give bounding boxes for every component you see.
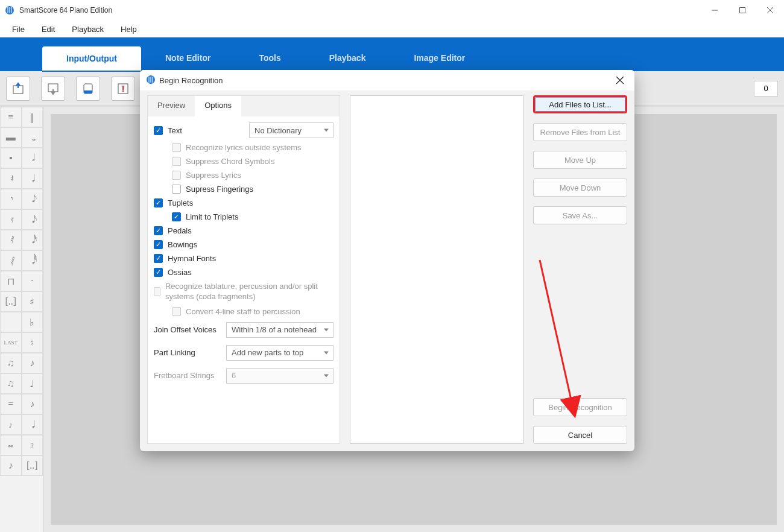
palette-icon[interactable]: ▪ — [0, 148, 22, 168]
label-suppress-fingerings: Supress Fingerings — [186, 185, 253, 194]
palette-icon[interactable]: 𝅘𝅥 — [22, 414, 43, 435]
dialog-close-button[interactable] — [612, 72, 628, 89]
tab-options[interactable]: Options — [195, 96, 241, 116]
svg-text:!: ! — [122, 84, 125, 93]
palette-icon[interactable]: = — [0, 394, 22, 414]
dialog-begin-recognition: Begin Recognition Preview Options Text N… — [140, 70, 634, 451]
label-fretboard: Fretboard Strings — [154, 371, 220, 380]
label-join-offset: Join Offset Voices — [154, 325, 220, 334]
select-dictionary[interactable]: No Dictionary — [249, 122, 334, 138]
ribbon-tab-tools[interactable]: Tools — [235, 46, 305, 71]
palette-icon[interactable]: 𝆕 — [0, 414, 22, 435]
label-convert-4line: Convert 4-line staff to percussion — [186, 307, 300, 316]
tab-preview[interactable]: Preview — [148, 96, 195, 116]
palette-icon[interactable]: 𝅁 — [0, 250, 22, 271]
checkbox-suppress-lyrics[interactable] — [172, 171, 181, 180]
checkbox-pedals[interactable] — [154, 226, 163, 235]
checkbox-recognize-lyrics[interactable] — [172, 143, 181, 152]
palette-icon[interactable]: LAST — [0, 332, 22, 353]
palette-icon[interactable]: 𝅘𝅥𝅮 — [22, 189, 43, 209]
maximize-button[interactable] — [729, 0, 756, 21]
palette-icon[interactable]: ♫ — [0, 353, 22, 373]
palette-icon[interactable]: ♩ — [22, 373, 43, 394]
label-pedals: Pedals — [168, 226, 192, 235]
palette-icon[interactable]: ♪ — [22, 394, 43, 414]
label-suppress-chords: Suppress Chord Symbols — [186, 157, 274, 166]
palette-icon[interactable]: 𝄽 — [0, 168, 22, 189]
ribbon: Input/Output Note Editor Tools Playback … — [0, 37, 784, 71]
checkbox-recognize-tablature[interactable] — [154, 287, 160, 296]
palette-icon[interactable]: 𝅘𝅥𝅰 — [22, 230, 43, 250]
palette-icon[interactable]: · — [22, 271, 43, 291]
palette-icon[interactable]: 𝆗 — [0, 435, 22, 455]
palette-icon[interactable]: ♫ — [0, 373, 22, 394]
menu-file[interactable]: File — [4, 22, 33, 36]
checkbox-limit-triplets[interactable] — [172, 212, 181, 221]
label-tuplets: Tuplets — [168, 198, 193, 207]
checkbox-convert-4line[interactable] — [172, 307, 181, 316]
titlebar: SmartScore 64 Piano Edition — [0, 0, 784, 21]
palette-icon[interactable]: ♪ — [0, 455, 22, 476]
palette-icon[interactable]: 𝄿 — [0, 209, 22, 230]
dialog-sidebar-buttons: Add Files to List... Remove Files from L… — [533, 95, 627, 444]
add-files-button[interactable]: Add Files to List... — [533, 95, 627, 113]
palette-icon[interactable]: ♮ — [22, 332, 43, 353]
label-ossias: Ossias — [168, 268, 192, 277]
label-part-linking: Part Linking — [154, 348, 220, 357]
checkbox-text[interactable] — [154, 126, 163, 135]
palette-icon[interactable]: 𝅘𝅥𝅯 — [22, 209, 43, 230]
toolbar-counter[interactable]: 0 — [754, 81, 778, 97]
options-panel: Preview Options Text No Dictionary Recog… — [147, 95, 340, 444]
select-fretboard: 6 — [226, 368, 334, 384]
ribbon-tab-note-editor[interactable]: Note Editor — [141, 46, 235, 71]
ribbon-tab-image-editor[interactable]: Image Editor — [390, 46, 489, 71]
remove-files-button[interactable]: Remove Files from List — [533, 123, 627, 141]
svg-rect-8 — [84, 90, 92, 93]
palette-icon[interactable]: ♭ — [22, 312, 43, 332]
label-bowings: Bowings — [168, 240, 197, 249]
checkbox-suppress-fingerings[interactable] — [172, 185, 181, 194]
palette-icon[interactable]: ♪ — [22, 353, 43, 373]
toolbar-alert-icon[interactable]: ! — [111, 77, 135, 101]
menu-playback[interactable]: Playback — [63, 22, 112, 36]
toolbar-device-icon[interactable] — [76, 77, 100, 101]
ribbon-tab-playback[interactable]: Playback — [305, 46, 390, 71]
checkbox-bowings[interactable] — [154, 240, 163, 249]
checkbox-tuplets[interactable] — [154, 198, 163, 207]
cancel-button[interactable]: Cancel — [533, 426, 627, 444]
move-up-button[interactable]: Move Up — [533, 151, 627, 169]
file-list-panel[interactable] — [350, 95, 523, 444]
palette-icon[interactable]: 𝄾 — [0, 189, 22, 209]
minimize-button[interactable] — [701, 0, 729, 21]
toolbar-import-icon[interactable] — [6, 77, 30, 101]
palette-icon[interactable]: 3 — [22, 435, 43, 455]
checkbox-ossias[interactable] — [154, 268, 163, 277]
palette-icon[interactable]: ≡ — [0, 107, 22, 127]
label-suppress-lyrics: Suppress Lyrics — [186, 171, 241, 180]
ribbon-tab-input-output[interactable]: Input/Output — [42, 46, 141, 72]
palette-icon[interactable]: 𝅘𝅥𝅱 — [22, 250, 43, 271]
select-part-linking[interactable]: Add new parts to top — [226, 345, 334, 361]
palette-icon[interactable]: 𝅘𝅥 — [22, 168, 43, 189]
palette-icon[interactable] — [0, 312, 22, 332]
menu-edit[interactable]: Edit — [33, 22, 63, 36]
window-title: SmartScore 64 Piano Edition — [19, 6, 701, 14]
palette-icon[interactable]: ▬ — [0, 127, 22, 148]
toolbar-export-icon[interactable] — [41, 77, 65, 101]
palette-icon[interactable]: 𝅗𝅥 — [22, 148, 43, 168]
checkbox-hymnal-fonts[interactable] — [154, 254, 163, 263]
checkbox-suppress-chords[interactable] — [172, 157, 181, 166]
palette-icon[interactable]: ‖ — [22, 107, 43, 127]
palette-icon[interactable]: 𝅝 — [22, 127, 43, 148]
begin-recognition-button[interactable]: Begin Recognition — [533, 398, 627, 416]
palette-icon[interactable]: ♯ — [22, 291, 43, 312]
close-window-button[interactable] — [756, 0, 784, 21]
palette-icon[interactable]: [..] — [22, 455, 43, 476]
palette-icon[interactable]: 𝅀 — [0, 230, 22, 250]
select-join-offset[interactable]: Within 1/8 of a notehead — [226, 322, 334, 338]
palette-icon[interactable]: ⊓ — [0, 271, 22, 291]
menu-help[interactable]: Help — [112, 22, 145, 36]
move-down-button[interactable]: Move Down — [533, 179, 627, 197]
palette-icon[interactable]: [..] — [0, 291, 22, 312]
save-as-button[interactable]: Save As... — [533, 206, 627, 224]
